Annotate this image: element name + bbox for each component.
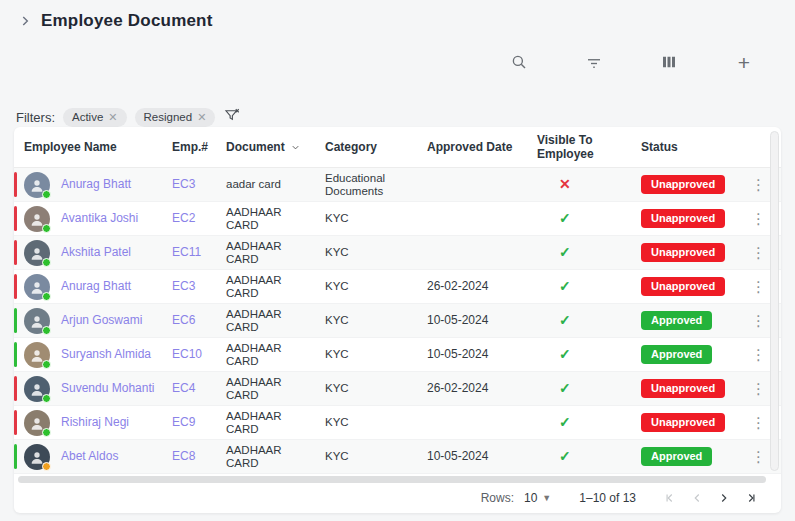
breadcrumb: Employee Document (18, 11, 213, 31)
filter-chip-label: Resigned (144, 111, 193, 123)
employee-name-link[interactable]: Rishiraj Negi (61, 416, 129, 429)
table-row[interactable]: Avantika Joshi EC2 AADHAAR CARD KYC ✓ Un… (14, 202, 781, 236)
avatar (24, 240, 50, 266)
pagination: Rows: 10 ▼ 1–10 of 13 (14, 483, 781, 513)
last-page-icon[interactable] (743, 490, 759, 506)
approved-date-cell: 26-02-2024 (427, 280, 537, 293)
presence-dot (42, 224, 51, 233)
emp-number-link[interactable]: EC11 (172, 245, 201, 259)
pagination-range: 1–10 of 13 (579, 491, 636, 505)
employee-name-link[interactable]: Suryansh Almida (61, 348, 151, 361)
kebab-menu-icon[interactable]: ⋮ (751, 414, 766, 431)
visibility-icon: ✓ (559, 312, 571, 328)
horizontal-scrollbar-thumb[interactable] (18, 476, 766, 483)
previous-page-icon[interactable] (689, 490, 705, 506)
employee-name-link[interactable]: Akshita Patel (61, 246, 131, 259)
emp-number-link[interactable]: EC2 (172, 211, 195, 225)
pagination-nav (662, 490, 759, 506)
col-approved-date[interactable]: Approved Date (427, 140, 537, 154)
kebab-menu-icon[interactable]: ⋮ (751, 278, 766, 295)
status-badge: Unapproved (641, 379, 725, 398)
filter-icon[interactable] (583, 51, 605, 73)
presence-dot (42, 190, 51, 199)
kebab-menu-icon[interactable]: ⋮ (751, 176, 766, 193)
employment-status-bar (14, 274, 17, 299)
first-page-icon[interactable] (662, 490, 678, 506)
status-badge: Approved (641, 447, 712, 466)
clear-filters-icon[interactable] (223, 107, 243, 127)
document-cell: AADHAAR CARD (226, 308, 325, 334)
caret-down-icon: ▼ (542, 493, 551, 503)
document-cell: AADHAAR CARD (226, 274, 325, 300)
kebab-menu-icon[interactable]: ⋮ (751, 312, 766, 329)
document-cell: AADHAAR CARD (226, 240, 325, 266)
visibility-icon: ✓ (559, 278, 571, 294)
status-badge: Unapproved (641, 413, 725, 432)
chip-remove-icon[interactable]: ✕ (197, 111, 206, 124)
col-visible-to-employee[interactable]: Visible To Employee (537, 133, 609, 161)
emp-number-link[interactable]: EC3 (172, 279, 195, 293)
visibility-icon: ✓ (559, 448, 571, 464)
employment-status-bar (14, 308, 17, 333)
col-status[interactable]: Status (641, 140, 751, 154)
emp-number-link[interactable]: EC3 (172, 177, 195, 191)
avatar (24, 172, 50, 198)
employment-status-bar (14, 172, 17, 197)
col-emp-number[interactable]: Emp.# (172, 140, 226, 154)
emp-number-link[interactable]: EC6 (172, 313, 195, 327)
table-row[interactable]: Abet Aldos EC8 AADHAAR CARD KYC 10-05-20… (14, 440, 781, 474)
emp-number-link[interactable]: EC9 (172, 415, 195, 429)
employee-name-link[interactable]: Anurag Bhatt (61, 178, 131, 191)
employee-name-link[interactable]: Arjun Goswami (61, 314, 142, 327)
status-badge: Unapproved (641, 175, 725, 194)
filter-chip-active[interactable]: Active ✕ (63, 108, 127, 127)
chevron-right-icon (18, 14, 32, 28)
filter-chip-resigned[interactable]: Resigned ✕ (135, 108, 216, 127)
document-cell: AADHAAR CARD (226, 410, 325, 436)
emp-number-link[interactable]: EC10 (172, 347, 202, 361)
employee-name-link[interactable]: Avantika Joshi (61, 212, 138, 225)
table-row[interactable]: Suvendu Mohanti EC4 AADHAAR CARD KYC 26-… (14, 372, 781, 406)
kebab-menu-icon[interactable]: ⋮ (751, 448, 766, 465)
chip-remove-icon[interactable]: ✕ (108, 111, 117, 124)
presence-dot (42, 292, 51, 301)
employee-name-link[interactable]: Abet Aldos (61, 450, 118, 463)
presence-dot (42, 360, 51, 369)
approved-date-cell: 10-05-2024 (427, 450, 537, 463)
col-document[interactable]: Document (226, 140, 325, 154)
emp-number-link[interactable]: EC4 (172, 381, 195, 395)
table-row[interactable]: Arjun Goswami EC6 AADHAAR CARD KYC 10-05… (14, 304, 781, 338)
category-cell: KYC (325, 280, 427, 293)
kebab-menu-icon[interactable]: ⋮ (751, 244, 766, 261)
table-row[interactable]: Suryansh Almida EC10 AADHAAR CARD KYC 10… (14, 338, 781, 372)
category-cell: KYC (325, 314, 427, 327)
emp-number-link[interactable]: EC8 (172, 449, 195, 463)
col-category[interactable]: Category (325, 140, 427, 154)
employment-status-bar (14, 240, 17, 265)
filters-bar: Filters: Active ✕ Resigned ✕ (16, 107, 243, 127)
avatar (24, 444, 50, 470)
next-page-icon[interactable] (716, 490, 732, 506)
employee-name-link[interactable]: Anurag Bhatt (61, 280, 131, 293)
employment-status-bar (14, 410, 17, 435)
kebab-menu-icon[interactable]: ⋮ (751, 210, 766, 227)
columns-icon[interactable] (658, 51, 680, 73)
search-icon[interactable] (508, 51, 530, 73)
approved-date-cell: 26-02-2024 (427, 382, 537, 395)
category-cell: KYC (325, 382, 427, 395)
category-cell: KYC (325, 348, 427, 361)
employee-document-table: Employee Name Emp.# Document Category Ap… (14, 127, 781, 513)
table-row[interactable]: Akshita Patel EC11 AADHAAR CARD KYC ✓ Un… (14, 236, 781, 270)
table-row[interactable]: Rishiraj Negi EC9 AADHAAR CARD KYC ✓ Una… (14, 406, 781, 440)
col-employee-name[interactable]: Employee Name (24, 140, 172, 154)
employee-name-link[interactable]: Suvendu Mohanti (61, 382, 154, 395)
table-row[interactable]: Anurag Bhatt EC3 aadar card Educational … (14, 168, 781, 202)
presence-dot (42, 258, 51, 267)
kebab-menu-icon[interactable]: ⋮ (751, 346, 766, 363)
kebab-menu-icon[interactable]: ⋮ (751, 380, 766, 397)
status-badge: Unapproved (641, 209, 725, 228)
rows-per-page-select[interactable]: 10 ▼ (524, 491, 551, 505)
vertical-scrollbar[interactable] (770, 131, 779, 471)
table-row[interactable]: Anurag Bhatt EC3 AADHAAR CARD KYC 26-02-… (14, 270, 781, 304)
add-icon[interactable]: + (733, 51, 755, 73)
